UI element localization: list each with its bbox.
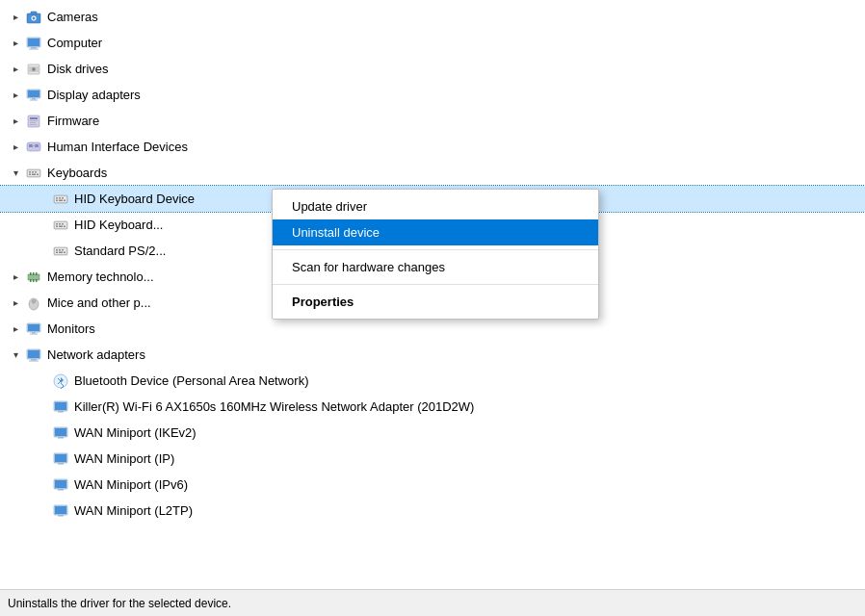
svg-rect-24 [32, 145, 36, 146]
svg-rect-47 [59, 225, 63, 227]
svg-rect-7 [29, 48, 39, 49]
svg-rect-60 [36, 272, 38, 275]
expand-arrow-wan-l2tp [35, 503, 50, 519]
tree-label-human-interface: Human Interface Devices [47, 140, 188, 154]
display-icon [25, 87, 42, 104]
tree-label-wan-l2tp: WAN Miniport (L2TP) [74, 503, 193, 518]
svg-rect-40 [64, 199, 66, 201]
tree-item-wan-ipv6[interactable]: WAN Miniport (IPv6) [0, 472, 865, 498]
svg-rect-51 [56, 249, 58, 251]
tree-label-memory-tech: Memory technolo... [47, 270, 154, 284]
expand-arrow-mice[interactable] [8, 295, 23, 311]
expand-arrow-computer[interactable] [8, 36, 23, 51]
svg-rect-48 [64, 225, 66, 227]
svg-rect-56 [64, 251, 66, 253]
expand-arrow-firmware[interactable] [8, 114, 23, 129]
svg-rect-53 [62, 249, 64, 251]
keyboard-small-icon [52, 217, 69, 234]
svg-rect-62 [33, 279, 35, 282]
tree-item-cameras[interactable]: Cameras [0, 4, 865, 30]
svg-rect-90 [58, 515, 64, 517]
tree-item-disk-drives[interactable]: Disk drives [0, 56, 865, 82]
svg-rect-28 [32, 171, 34, 173]
expand-arrow-wan-ipv6 [35, 477, 50, 493]
tree-label-wan-ipv6: WAN Miniport (IPv6) [74, 477, 188, 492]
bluetooth-icon [52, 372, 69, 390]
context-menu-divider [273, 284, 598, 285]
context-menu-item-update-driver[interactable]: Update driver [273, 193, 598, 219]
expand-arrow-network-adapters[interactable] [8, 347, 23, 363]
status-bar: Uninstalls the driver for the selected d… [0, 589, 865, 616]
tree-label-computer: Computer [47, 36, 102, 50]
svg-rect-45 [62, 223, 64, 225]
firmware-icon [25, 113, 42, 130]
tree-item-human-interface[interactable]: Human Interface Devices [0, 134, 865, 160]
expand-arrow-display-adapters[interactable] [8, 88, 23, 103]
svg-rect-69 [32, 332, 36, 334]
camera-icon [25, 9, 42, 26]
svg-rect-80 [55, 428, 66, 436]
expand-arrow-disk-drives[interactable] [8, 62, 23, 77]
tree-item-killer-wifi[interactable]: Killer(R) Wi-Fi 6 AX1650s 160MHz Wireles… [0, 394, 865, 420]
svg-rect-43 [56, 223, 58, 225]
svg-rect-13 [28, 90, 39, 97]
mouse-icon [25, 295, 42, 312]
svg-rect-72 [28, 350, 39, 358]
tree-item-wan-ikev2[interactable]: WAN Miniport (IKEv2) [0, 420, 865, 446]
tree-item-firmware[interactable]: Firmware [0, 108, 865, 134]
svg-rect-18 [30, 120, 38, 121]
context-menu-item-scan-changes[interactable]: Scan for hardware changes [273, 254, 598, 280]
svg-rect-44 [59, 223, 61, 225]
memory-icon [25, 269, 42, 286]
svg-rect-15 [30, 99, 38, 100]
svg-rect-73 [31, 359, 37, 361]
svg-rect-63 [36, 279, 38, 282]
svg-rect-3 [31, 12, 37, 14]
tree-label-disk-drives: Disk drives [47, 62, 109, 76]
network-icon [25, 346, 42, 364]
svg-rect-74 [29, 360, 39, 361]
tree-item-wan-ip[interactable]: WAN Miniport (IP) [0, 446, 865, 472]
tree-item-monitors[interactable]: Monitors [0, 316, 865, 342]
svg-point-11 [33, 68, 35, 70]
svg-rect-89 [55, 506, 66, 514]
svg-rect-54 [56, 251, 58, 253]
svg-rect-19 [30, 122, 36, 123]
tree-item-bluetooth[interactable]: Bluetooth Device (Personal Area Network) [0, 368, 865, 394]
svg-rect-84 [58, 463, 64, 465]
device-manager-window: CamerasComputerDisk drivesDisplay adapte… [0, 0, 865, 616]
svg-rect-42 [55, 222, 66, 228]
expand-arrow-hid-keyboard-2 [35, 218, 50, 233]
tree-item-display-adapters[interactable]: Display adapters [0, 82, 865, 108]
context-menu-item-uninstall-device[interactable]: Uninstall device [273, 219, 598, 245]
tree-item-computer[interactable]: Computer [0, 30, 865, 56]
expand-arrow-monitors[interactable] [8, 321, 23, 337]
svg-rect-14 [32, 98, 36, 100]
svg-rect-70 [30, 333, 38, 334]
tree-label-cameras: Cameras [47, 10, 98, 24]
tree-label-monitors: Monitors [47, 321, 95, 336]
tree-label-display-adapters: Display adapters [47, 88, 141, 102]
tree-item-network-adapters[interactable]: Network adapters [0, 342, 865, 368]
hid-icon [25, 139, 42, 156]
svg-rect-36 [59, 197, 61, 199]
svg-rect-20 [30, 124, 37, 125]
expand-arrow-cameras[interactable] [8, 10, 23, 25]
network-adapter-icon [52, 476, 69, 494]
tree-label-mice: Mice and other p... [47, 295, 151, 310]
network-adapter-icon [52, 502, 69, 520]
svg-rect-26 [28, 170, 39, 176]
svg-rect-46 [56, 225, 58, 227]
svg-rect-17 [30, 117, 38, 119]
svg-rect-34 [55, 196, 66, 202]
tree-item-wan-l2tp[interactable]: WAN Miniport (L2TP) [0, 498, 865, 524]
expand-arrow-keyboards[interactable] [8, 166, 23, 181]
expand-arrow-human-interface[interactable] [8, 140, 23, 155]
tree-item-keyboards[interactable]: Keyboards [0, 160, 865, 186]
expand-arrow-wan-ip [35, 451, 50, 467]
context-menu-item-properties[interactable]: Properties [273, 289, 598, 315]
expand-arrow-bluetooth [35, 373, 50, 389]
svg-rect-5 [28, 38, 39, 46]
expand-arrow-memory-tech[interactable] [8, 270, 23, 285]
disk-icon [25, 61, 42, 78]
